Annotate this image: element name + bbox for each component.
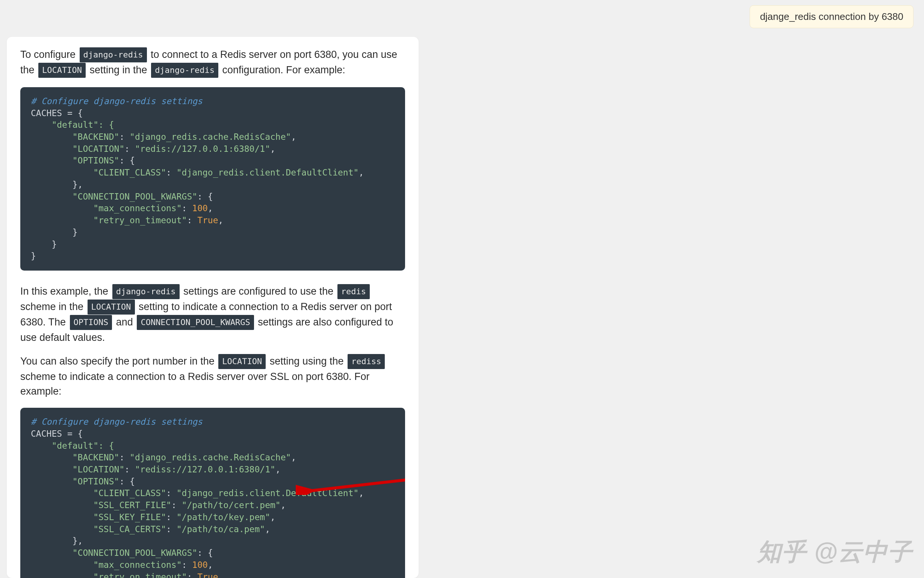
code-val: : { bbox=[119, 156, 135, 166]
code-key: "max_connections" bbox=[31, 560, 182, 570]
code-line: "default": { bbox=[31, 441, 114, 451]
watermark-text: 知乎 @云中子 bbox=[757, 538, 913, 565]
code-line: } bbox=[31, 227, 78, 237]
inline-code-location: LOCATION bbox=[38, 63, 86, 78]
code-val: "/path/to/key.pem" bbox=[177, 512, 270, 522]
code-line: }, bbox=[31, 180, 83, 189]
inline-code-redis: redis bbox=[337, 284, 370, 299]
prose-p3: You can also specify the port number in … bbox=[20, 354, 405, 399]
user-message-text: djange_redis connection by 6380 bbox=[760, 11, 903, 22]
text: You can also specify the port number in … bbox=[20, 356, 217, 367]
code-line: }, bbox=[31, 536, 83, 546]
code-line: "default": { bbox=[31, 120, 114, 130]
code-num: 100 bbox=[192, 560, 208, 570]
code-key: "retry_on_timeout" bbox=[31, 572, 187, 578]
inline-code-django-redis: django-redis bbox=[151, 63, 218, 78]
code-val: "redis://127.0.0.1:6380/1" bbox=[135, 144, 270, 154]
code-key: "CONNECTION_POOL_KWARGS" bbox=[31, 548, 197, 558]
code-key: "CLIENT_CLASS" bbox=[31, 167, 166, 177]
inline-code-rediss: rediss bbox=[348, 354, 385, 369]
inline-code-options: OPTIONS bbox=[70, 315, 112, 330]
annotation-arrow-icon bbox=[264, 460, 405, 483]
text: To configure bbox=[20, 49, 79, 60]
code-key: "SSL_CA_CERTS" bbox=[31, 524, 166, 534]
text: scheme to indicate a connection to a Red… bbox=[20, 371, 370, 397]
code-key: "SSL_KEY_FILE" bbox=[31, 512, 166, 522]
code-bool: True bbox=[197, 215, 218, 225]
code-key: "SSL_CERT_FILE" bbox=[31, 500, 171, 510]
code-key: "OPTIONS" bbox=[31, 156, 119, 166]
code-key: "LOCATION" bbox=[31, 144, 124, 154]
text: setting using the bbox=[267, 356, 347, 367]
text: In this example, the bbox=[20, 286, 111, 297]
code-line: } bbox=[31, 239, 57, 249]
code-key: "CLIENT_CLASS" bbox=[31, 488, 166, 498]
prose-p2: In this example, the django-redis settin… bbox=[20, 284, 405, 345]
inline-code-connection-pool-kwargs: CONNECTION_POOL_KWARGS bbox=[137, 315, 254, 330]
inline-code-location: LOCATION bbox=[218, 354, 266, 369]
code-val: "/path/to/cert.pem" bbox=[182, 500, 281, 510]
code-val: "django_redis.client.DefaultClient" bbox=[177, 167, 359, 177]
code-key: "BACKEND" bbox=[31, 453, 119, 462]
code-val: "django_redis.client.DefaultClient" bbox=[177, 488, 359, 498]
code-key: "OPTIONS" bbox=[31, 477, 119, 486]
text: and bbox=[113, 317, 136, 328]
inline-code-django-redis: django-redis bbox=[112, 284, 180, 299]
code-line: CACHES = { bbox=[31, 429, 83, 438]
code-line: } bbox=[31, 251, 36, 261]
prose-p1: To configure django-redis to connect to … bbox=[20, 47, 405, 78]
inline-code-django-redis: django-redis bbox=[79, 47, 147, 62]
code-val: "rediss://127.0.0.1:6380/1" bbox=[135, 464, 276, 474]
assistant-card: To configure django-redis to connect to … bbox=[7, 37, 418, 578]
code-block-1[interactable]: # Configure django-redis settings CACHES… bbox=[20, 87, 405, 271]
code-comment: # Configure django-redis settings bbox=[31, 417, 203, 427]
code-line: CACHES = { bbox=[31, 108, 83, 118]
code-block-2[interactable]: # Configure django-redis settings CACHES… bbox=[20, 408, 405, 578]
text: scheme in the bbox=[20, 301, 86, 312]
user-message-bubble: djange_redis connection by 6380 bbox=[750, 5, 913, 28]
code-key: "max_connections" bbox=[31, 203, 182, 213]
code-val: "/path/to/ca.pem" bbox=[177, 524, 265, 534]
code-num: 100 bbox=[192, 203, 208, 213]
code-key: "BACKEND" bbox=[31, 132, 119, 142]
code-key: "CONNECTION_POOL_KWARGS" bbox=[31, 192, 197, 201]
code-val: : { bbox=[119, 477, 135, 486]
code-val: : { bbox=[197, 548, 213, 558]
code-key: "LOCATION" bbox=[31, 464, 124, 474]
watermark: 知乎 @云中子 bbox=[757, 536, 913, 568]
code-val: "django_redis.cache.RedisCache" bbox=[130, 453, 291, 462]
text: configuration. For example: bbox=[219, 64, 345, 76]
code-val: : { bbox=[197, 192, 213, 201]
code-val: "django_redis.cache.RedisCache" bbox=[130, 132, 291, 142]
code-bool: True bbox=[197, 572, 218, 578]
code-comment: # Configure django-redis settings bbox=[31, 96, 203, 106]
code-key: "retry_on_timeout" bbox=[31, 215, 187, 225]
text: settings are configured to use the bbox=[181, 286, 336, 297]
inline-code-location: LOCATION bbox=[88, 300, 135, 315]
text: setting in the bbox=[87, 64, 150, 76]
